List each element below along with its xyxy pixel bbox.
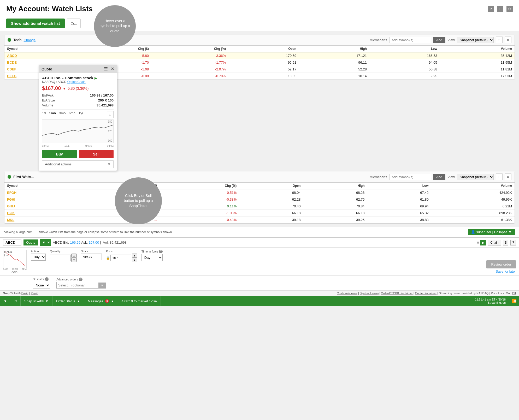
window-icon[interactable]: □	[497, 6, 503, 12]
settings-icon[interactable]: ⚙	[506, 6, 513, 12]
quantity-up-button[interactable]: ▲	[71, 254, 77, 258]
price-down-button[interactable]: ▼	[132, 258, 137, 262]
help-button[interactable]: ?	[510, 240, 516, 245]
chart-expand-icon[interactable]: □	[107, 111, 114, 118]
quote-popup-menu-icon[interactable]: ☰	[104, 67, 108, 71]
watchlist2-microcharts-link[interactable]: Microcharts	[370, 175, 387, 179]
wl2-col-chg-dollar[interactable]: Chg ($)	[82, 183, 160, 189]
help-icon[interactable]: ?	[488, 6, 494, 12]
snapticket-bar: Quote ▼ ABCD Bid: 166.99 Ask: 167.00 | V…	[0, 237, 519, 247]
snapticket-symbol-input[interactable]	[3, 239, 21, 246]
wl2-col-chg-pct[interactable]: Chg (%)	[160, 183, 239, 189]
wl2-col-low[interactable]: Low	[367, 183, 431, 189]
chart-tab-6mo[interactable]: 6mo	[69, 111, 75, 118]
watchlist-settings-icon[interactable]: ⚙	[505, 37, 511, 43]
add-symbol-input[interactable]	[389, 37, 431, 43]
taskbar-window-button[interactable]: □	[11, 296, 21, 306]
buy-button[interactable]: Buy	[42, 150, 77, 158]
price-up-button[interactable]: ▲	[132, 254, 137, 258]
open-cell: 10.05	[228, 73, 299, 80]
scroll-right-button[interactable]: ▶	[480, 240, 486, 245]
symbol-link[interactable]: EFGH	[7, 191, 16, 195]
watchlist2-settings-icon[interactable]: ⚙	[505, 173, 511, 180]
save-for-later-button[interactable]: Save for later	[496, 269, 516, 273]
taskbar-messages-item[interactable]: Messages 3 ▲	[84, 296, 118, 306]
chart-tab-3mo[interactable]: 3mo	[59, 111, 66, 118]
price-input[interactable]	[110, 255, 131, 261]
watchlist2-add-symbol-button[interactable]: Add	[433, 174, 445, 180]
advanced-orders-input[interactable]	[57, 282, 98, 288]
snapticket-brand: SnapTicket®	[3, 292, 21, 295]
watchlist2-expand-icon[interactable]: □	[496, 173, 503, 180]
symbol-link[interactable]: HIJK	[7, 211, 15, 215]
col-high[interactable]: High	[299, 46, 369, 52]
col-chg-dollar[interactable]: Chg ($)	[79, 46, 151, 52]
dollar-button[interactable]: $	[503, 240, 509, 245]
sell-button[interactable]: Sell	[79, 150, 114, 158]
wl2-col-volume[interactable]: Volume	[431, 183, 515, 189]
taskbar-down-button[interactable]: ▼	[0, 296, 11, 306]
quantity-input[interactable]	[50, 255, 71, 261]
create-button[interactable]: Cr...	[67, 19, 81, 28]
superuser-collapse-button[interactable]: 👤 superuser | Collapse ▼	[468, 229, 515, 235]
col-symbol[interactable]: Symbol	[4, 46, 79, 52]
volume-cell: 61.38K	[431, 217, 515, 223]
additional-actions-row[interactable]: Additional actions ▼	[42, 160, 114, 168]
symbol-link[interactable]: DEFG	[7, 74, 16, 78]
view-select[interactable]: Snapshot (default)	[457, 37, 494, 43]
watchlist-expand-icon[interactable]: □	[496, 37, 503, 43]
cost-basis-link[interactable]: Cost-basis rules	[337, 292, 357, 295]
wl2-col-high[interactable]: High	[303, 183, 367, 189]
show-additional-watchlist-button[interactable]: Show additional watch list	[6, 19, 65, 28]
volume-cell: 11.95M	[440, 59, 515, 66]
col-low[interactable]: Low	[369, 46, 440, 52]
symbol-link[interactable]: FGHI	[7, 197, 15, 201]
symbol-lookup-link[interactable]: Symbol lookup	[360, 292, 379, 295]
symbol-link[interactable]: ABCD	[7, 54, 17, 58]
advanced-orders-dropdown-button[interactable]: ▼	[98, 283, 106, 288]
watchlist-change-link[interactable]: Change	[24, 38, 36, 42]
high-cell: 66.18	[303, 210, 367, 217]
action-select[interactable]: Buy Sell	[31, 254, 46, 261]
snapticket-mode-dropdown[interactable]: ▼	[40, 239, 51, 246]
watchlist2-view-select[interactable]: Snapshot (default)	[457, 174, 494, 180]
quantity-down-button[interactable]: ▼	[71, 258, 77, 262]
taskbar-order-status-item[interactable]: Order Status ▲	[52, 296, 84, 306]
tif-help-icon[interactable]: ?	[159, 250, 163, 253]
basic-mode-link[interactable]: Basic	[21, 292, 28, 295]
col-volume[interactable]: Volume	[440, 46, 515, 52]
mini-chart-container: $171.22 $166.53 9AM12PM2PM AAPL	[3, 250, 27, 273]
review-order-button[interactable]: Review order	[486, 260, 516, 268]
add-symbol-button[interactable]: Add	[433, 37, 445, 43]
snapticket-quote-button[interactable]: Quote	[23, 239, 38, 245]
wl2-col-open[interactable]: Open	[239, 183, 303, 189]
symbol-link[interactable]: GHIJ	[7, 204, 15, 208]
tif-group: Time-in-force ? Day	[141, 250, 163, 273]
taskbar-snapticket-item[interactable]: SnapTicket® ▼	[21, 296, 52, 306]
col-chg-pct[interactable]: Chg (%)	[151, 46, 228, 52]
symbol-link[interactable]: IJKL	[7, 218, 14, 222]
col-open[interactable]: Open	[228, 46, 299, 52]
symbol-link[interactable]: CDEF	[7, 67, 16, 71]
stock-input[interactable]	[81, 254, 102, 260]
chart-tab-1d[interactable]: 1d	[42, 111, 46, 118]
tif-select[interactable]: Day	[141, 254, 163, 261]
advanced-orders-help-icon[interactable]: ?	[79, 278, 82, 281]
microcharts-link[interactable]: Microcharts	[370, 38, 387, 42]
price-lock-off-link[interactable]: Off	[512, 292, 516, 295]
chain-button[interactable]: Chain	[488, 240, 501, 245]
spinstrcts-select[interactable]: None	[33, 282, 50, 289]
watchlist2-add-symbol-input[interactable]	[389, 174, 431, 180]
taskbar: ▼ □ SnapTicket® ▼ Order Status ▲ Message…	[0, 296, 519, 306]
rapid-mode-link[interactable]: Rapid	[31, 292, 38, 295]
option-chain-link[interactable]: Option Chain	[67, 80, 86, 84]
chart-tab-1yr[interactable]: 1yr	[79, 111, 83, 118]
snapticket-footer: SnapTicket® Basic | Rapid Cost-basis rul…	[0, 290, 519, 296]
quote-disclaimer-link[interactable]: Quote disclaimer	[415, 292, 437, 295]
wl2-col-symbol[interactable]: Symbol	[4, 183, 82, 189]
chart-tab-1mo[interactable]: 1mo	[49, 111, 56, 118]
symbol-link[interactable]: BCDE	[7, 61, 17, 64]
quote-popup-close-icon[interactable]: ✕	[111, 67, 114, 71]
order-otcbb-link[interactable]: Order/OTCBB disclaimer	[381, 292, 413, 295]
spinstrcts-help-icon[interactable]: ?	[45, 277, 49, 281]
